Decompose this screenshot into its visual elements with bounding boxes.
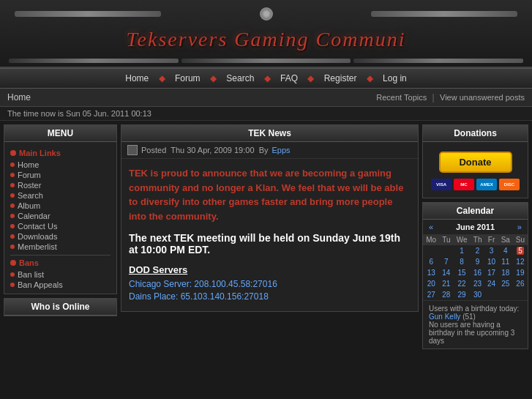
donate-area: Donate VISA MC AMEX DISC [423, 142, 528, 198]
time-notice: The time now is Sun 05 Jun. 2011 00:13 [0, 107, 532, 121]
post-body: TEK is proud to announce that we are bec… [121, 159, 418, 311]
left-sidebar: MENU Main Links Home Forum Roster Search [4, 124, 117, 353]
sidebar-link-roster[interactable]: Roster [10, 180, 110, 190]
who-is-online-section: Who is Online [4, 298, 117, 316]
calendar-header: Calendar [423, 203, 528, 220]
breadcrumb: Home Recent Topics | View unanswered pos… [0, 89, 532, 107]
sidebar-link-forum[interactable]: Forum [10, 170, 110, 180]
nav-faq[interactable]: FAQ [280, 73, 298, 83]
menu-section: MENU Main Links Home Forum Roster Search [4, 124, 117, 294]
right-sidebar: Donations Donate VISA MC AMEX DISC Calen… [422, 124, 528, 353]
cal-th-tu: Tu [439, 234, 453, 245]
calendar-prev[interactable]: « [429, 223, 433, 231]
post-meta: Posted Thu 30 Apr, 2009 19:00 By Epps [121, 142, 418, 159]
cal-week-3: 13 14 15 16 17 18 19 [423, 267, 528, 278]
cal-th-we: We [453, 234, 471, 245]
who-is-online-header: Who is Online [4, 299, 116, 316]
bans-bullet [10, 260, 16, 266]
nav-sep-4: ◆ [307, 73, 314, 83]
amex-icon: AMEX [476, 179, 497, 190]
nav-sep-3: ◆ [264, 73, 271, 83]
birthday-today: Users with a birthday today: Gun Kelly (… [429, 305, 522, 321]
breadcrumb-current: Home [7, 92, 31, 102]
sidebar-link-calendar[interactable]: Calendar [10, 211, 110, 221]
cal-week-2: 6 7 8 9 10 11 12 [423, 256, 528, 267]
calendar-section: Calendar « June 2011 » Mo Tu We Th Fr Sa… [422, 202, 528, 349]
cal-week-4: 20 21 22 23 24 25 26 [423, 278, 528, 289]
nav-home[interactable]: Home [125, 73, 149, 83]
nav-sep-1: ◆ [159, 73, 165, 83]
bans-title: Bans [10, 258, 110, 267]
paypal-icons: VISA MC AMEX DISC [427, 179, 524, 194]
post-paragraph1: TEK is proud to announce that we are bec… [129, 166, 411, 223]
discover-icon: DISC [499, 179, 520, 190]
header-bolt [260, 7, 273, 20]
cal-th-mo: Mo [423, 234, 439, 245]
tek-news-header: TEK News [121, 125, 418, 142]
sidebar-link-album[interactable]: Album [10, 201, 110, 211]
center-content: TEK News Posted Thu 30 Apr, 2009 19:00 B… [121, 124, 419, 353]
header-bottom-bars [0, 59, 532, 63]
calendar-nav: « June 2011 » [423, 220, 528, 234]
post-icon [127, 145, 138, 155]
no-upcoming-birthday: No users are having a birthday in the up… [429, 321, 522, 345]
main-links-title: Main Links [10, 149, 110, 157]
nav-register[interactable]: Register [324, 73, 357, 83]
calendar-next[interactable]: » [517, 223, 522, 231]
header-decoration [0, 7, 532, 20]
sidebar-link-banlist[interactable]: Ban list [10, 269, 110, 280]
visa-icon: VISA [431, 179, 452, 190]
menu-header: MENU [4, 125, 116, 142]
post-author-link[interactable]: Epps [271, 146, 290, 154]
header-bar-left [15, 11, 161, 17]
sidebar-link-memberlist[interactable]: Memberlist [10, 242, 110, 252]
tek-news-section: TEK News Posted Thu 30 Apr, 2009 19:00 B… [121, 124, 419, 312]
chicago-server-link[interactable]: Chicago Server: 208.100.45.58:27016 [129, 279, 411, 289]
cal-week-1: 1 2 3 4 5 [423, 245, 528, 256]
menu-content: Main Links Home Forum Roster Search Albu… [4, 142, 116, 294]
cal-th-sa: Sa [498, 234, 513, 245]
menu-divider [10, 255, 110, 256]
mastercard-icon: MC [454, 179, 474, 190]
sidebar-link-downloads[interactable]: Downloads [10, 231, 110, 242]
dains-server-link[interactable]: Dains Place: 65.103.140.156:27018 [129, 291, 411, 302]
sidebar-link-home[interactable]: Home [10, 160, 110, 170]
birthday-info: Users with a birthday today: Gun Kelly (… [423, 300, 528, 348]
sidebar-link-search[interactable]: Search [10, 190, 110, 201]
unanswered-posts-link[interactable]: View unanswered posts [440, 93, 525, 102]
calendar-month-label: June 2011 [456, 223, 495, 231]
breadcrumb-links: Recent Topics | View unanswered posts [376, 92, 525, 102]
post-meeting: The next TEK meeting will be held on Sun… [129, 232, 411, 256]
main-links-bullet [10, 150, 16, 156]
main-layout: MENU Main Links Home Forum Roster Search [0, 121, 532, 357]
nav-sep-5: ◆ [367, 73, 373, 83]
post-meta-label: Posted Thu 30 Apr, 2009 19:00 By [141, 146, 268, 154]
site-title: Tekservers Gaming Communi [0, 24, 532, 55]
donate-button[interactable]: Donate [439, 152, 512, 173]
cal-th-th: Th [471, 234, 484, 245]
nav-login[interactable]: Log in [383, 73, 407, 83]
birthday-user-link[interactable]: Gun Kelly [429, 313, 460, 321]
navbar: Home ◆ Forum ◆ Search ◆ FAQ ◆ Register ◆… [0, 68, 532, 89]
nav-forum[interactable]: Forum [175, 73, 201, 83]
sidebar-link-banappeals[interactable]: Ban Appeals [10, 280, 110, 290]
nav-sep-2: ◆ [210, 73, 217, 83]
post-servers-title: DOD Servers [129, 264, 411, 275]
donations-header: Donations [423, 125, 528, 142]
nav-search[interactable]: Search [226, 73, 254, 83]
cal-th-su: Su [513, 234, 528, 245]
cal-week-5: 27 28 29 30 [423, 289, 528, 300]
donations-section: Donations Donate VISA MC AMEX DISC [422, 124, 528, 198]
site-header: Tekservers Gaming Communi [0, 0, 532, 68]
cal-th-fr: Fr [484, 234, 498, 245]
sidebar-link-contact[interactable]: Contact Us [10, 221, 110, 231]
recent-topics-link[interactable]: Recent Topics [376, 93, 427, 102]
header-bar-right [371, 11, 517, 17]
calendar-table: Mo Tu We Th Fr Sa Su 1 2 3 [423, 234, 528, 300]
